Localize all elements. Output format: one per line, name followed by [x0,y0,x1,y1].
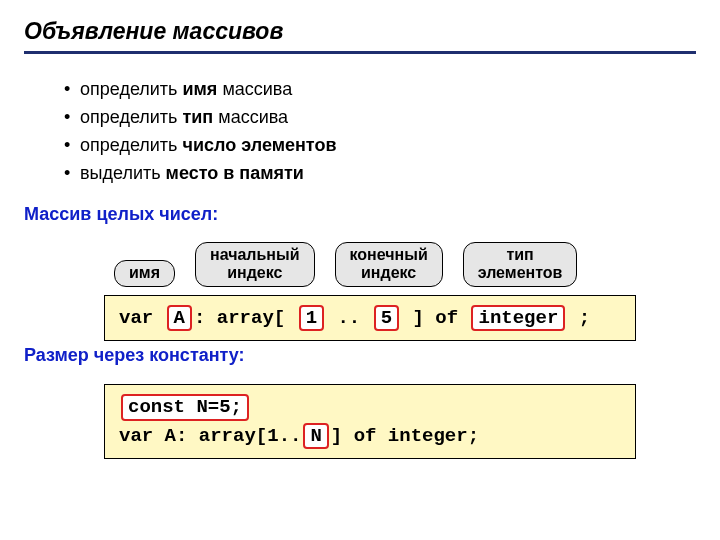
list-item: выделить место в памяти [64,160,696,188]
code-text: var [119,307,165,329]
code-hl-name: A [167,305,192,332]
bullet-text: массива [217,79,292,99]
bullet-text: определить [80,135,182,155]
caption-name: имя [114,260,175,286]
bullet-strong: число элементов [182,135,336,155]
caption-start-index: начальный индекс [195,242,315,287]
list-item: определить тип массива [64,104,696,132]
code-text: ] of [401,307,469,329]
code-hl-end: 5 [374,305,399,332]
label-row: имя начальный индекс конечный индекс тип… [114,237,696,287]
list-item: определить число элементов [64,132,696,160]
code-block-1: var A: array[ 1 .. 5 ] of integer ; [104,295,636,342]
bullet-list: определить имя массива определить тип ма… [64,76,696,188]
code-text: : array[ [194,307,297,329]
code-hl-type: integer [471,305,565,332]
bullet-text: выделить [80,163,166,183]
bullet-strong: тип [182,107,213,127]
bullet-text: определить [80,107,182,127]
subheading-int-array: Массив целых чисел: [24,204,696,225]
caption-elem-type: тип элементов [463,242,578,287]
code-hl-const: const N=5; [121,394,249,421]
bullet-strong: место в памяти [166,163,304,183]
subheading-const: Размер через константу: [24,345,696,366]
code-block-2: const N=5; var A: array[1..N] of integer… [104,384,636,459]
page-title: Объявление массивов [24,18,696,54]
caption-end-index: конечный индекс [335,242,443,287]
code-hl-start: 1 [299,305,324,332]
code-text: ] of integer; [331,425,479,447]
code-text: .. [326,307,372,329]
code-text: ; [567,307,590,329]
code-text: var A: array[1.. [119,425,301,447]
bullet-text: массива [213,107,288,127]
list-item: определить имя массива [64,76,696,104]
code-hl-n: N [303,423,328,450]
bullet-text: определить [80,79,182,99]
bullet-strong: имя [182,79,217,99]
